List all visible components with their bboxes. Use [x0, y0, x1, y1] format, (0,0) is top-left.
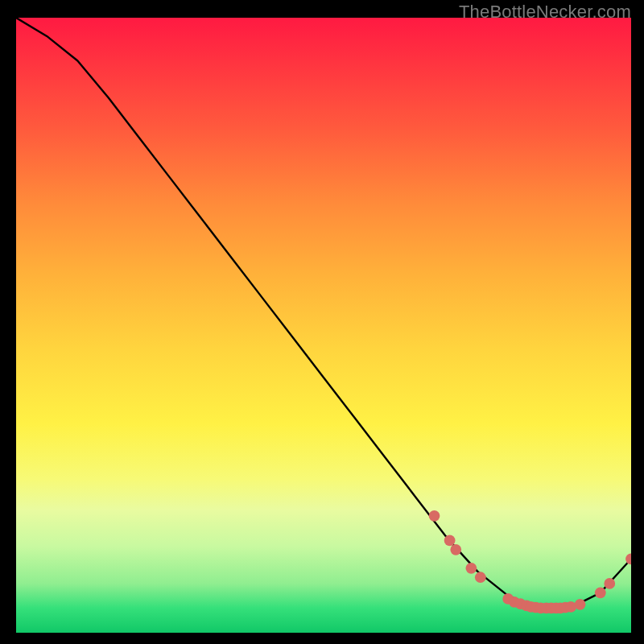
- plot-area: [16, 18, 631, 633]
- chart-frame: TheBottleNecker.com: [0, 0, 644, 644]
- marker-dot: [450, 544, 461, 555]
- marker-dot: [444, 535, 456, 547]
- marker-dot: [475, 572, 486, 583]
- chart-svg: [16, 18, 631, 633]
- marker-dot: [604, 578, 615, 589]
- marker-dot: [575, 599, 586, 610]
- bottleneck-curve: [16, 18, 631, 608]
- marker-dot: [465, 563, 477, 574]
- marker-dot: [429, 510, 440, 522]
- marker-dot: [595, 587, 606, 598]
- highlight-markers: [429, 510, 631, 613]
